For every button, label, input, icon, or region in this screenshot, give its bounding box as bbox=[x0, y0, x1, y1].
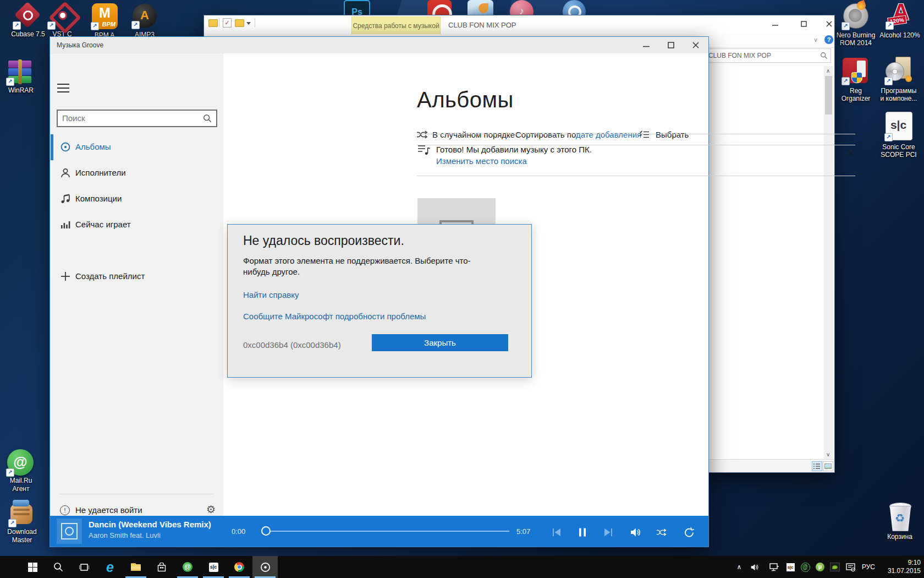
dismiss-notice-close-icon[interactable] bbox=[846, 149, 855, 157]
download-master-desktop-icon[interactable]: ↗ bbox=[9, 499, 35, 526]
volume-icon[interactable] bbox=[630, 527, 641, 538]
groove-titlebar[interactable]: Музыка Groove bbox=[50, 37, 708, 53]
folder-icon[interactable] bbox=[235, 19, 244, 27]
programs-components-desktop-icon[interactable]: ↗ bbox=[886, 57, 913, 84]
tray-nvidia-icon[interactable] bbox=[829, 556, 841, 578]
chrome-taskbar-icon[interactable] bbox=[227, 556, 252, 578]
file-explorer-taskbar-icon[interactable] bbox=[123, 556, 148, 578]
desktop-icon-label[interactable]: WinRAR bbox=[0, 86, 42, 94]
groove-minimize-button[interactable] bbox=[637, 37, 655, 53]
groove-taskbar-icon[interactable] bbox=[252, 556, 278, 578]
store-taskbar-icon[interactable] bbox=[149, 556, 174, 578]
next-track-icon[interactable] bbox=[603, 527, 614, 538]
utorrent-glyph: µ bbox=[816, 563, 824, 571]
seek-slider-knob[interactable] bbox=[261, 526, 271, 536]
report-problem-link[interactable]: Сообщите Майкрософт подробности проблемы bbox=[243, 312, 426, 321]
scrollbar-thumb[interactable] bbox=[825, 76, 832, 114]
desktop-icon-label[interactable]: Sonic Core bbox=[871, 143, 924, 151]
select-button[interactable]: Выбрать bbox=[656, 130, 689, 139]
desktop-icon-label[interactable]: Download bbox=[0, 528, 48, 536]
recycle-bin-desktop-icon[interactable]: ♻ bbox=[887, 503, 912, 531]
explorer-minimize-button[interactable] bbox=[766, 15, 784, 32]
desktop-icon-label[interactable]: Корзина bbox=[872, 533, 924, 541]
reg-organizer-desktop-icon[interactable]: ↗ bbox=[843, 58, 869, 84]
search-icon[interactable] bbox=[203, 114, 212, 123]
get-help-link[interactable]: Найти справку bbox=[243, 290, 299, 299]
mailru-agent-taskbar-icon[interactable]: @ bbox=[175, 556, 200, 578]
clock[interactable]: 9:10 31.07.2015 bbox=[880, 559, 921, 575]
scroll-down-icon[interactable]: ∨ bbox=[826, 451, 830, 457]
hamburger-menu-icon[interactable] bbox=[57, 84, 69, 92]
nero-desktop-icon[interactable]: ↗ bbox=[843, 3, 869, 29]
gear-icon[interactable]: ⚙ bbox=[206, 503, 216, 516]
tray-volume-icon[interactable] bbox=[748, 556, 761, 578]
groove-window: Музыка Groove Поиск Альбомы bbox=[50, 36, 709, 547]
task-view-button[interactable] bbox=[72, 556, 97, 578]
ribbon-collapse-chevron-icon[interactable]: ∨ bbox=[813, 36, 818, 43]
track-artist[interactable]: Aaron Smith feat. Luvli bbox=[89, 531, 161, 539]
sidebar-item-albums[interactable]: Альбомы bbox=[50, 134, 223, 160]
search-icon[interactable] bbox=[820, 52, 828, 59]
sidebar-item-label: Исполнители bbox=[75, 168, 126, 177]
edge-taskbar-icon[interactable]: e bbox=[97, 556, 123, 578]
aimp3-desktop-icon[interactable]: A ↗ bbox=[133, 4, 157, 28]
ribbon-tab-music-tools[interactable]: Средства работы с музыкой bbox=[351, 17, 441, 35]
tray-utorrent-icon[interactable]: µ bbox=[814, 556, 826, 578]
tray-network-icon[interactable] bbox=[768, 556, 781, 578]
desktop-icon-label[interactable]: Программы bbox=[871, 87, 924, 95]
desktop-icon-label[interactable]: SCOPE PCI bbox=[871, 151, 924, 159]
language-indicator[interactable]: РУС bbox=[859, 556, 878, 578]
desktop-icon-label[interactable]: Alcohol 120% bbox=[872, 31, 924, 39]
sonic-core-desktop-icon[interactable]: s|c ↗ bbox=[886, 112, 912, 140]
sidebar-item-now-playing[interactable]: Сейчас играет bbox=[50, 212, 223, 238]
scrollbar[interactable]: ∧ ∨ bbox=[824, 66, 833, 459]
track-title[interactable]: Dancin (Weekend Vibes Remix) bbox=[89, 520, 211, 529]
explorer-maximize-button[interactable] bbox=[795, 15, 812, 32]
repeat-icon[interactable] bbox=[683, 527, 694, 538]
list-view-button[interactable] bbox=[812, 461, 822, 471]
pause-icon[interactable] bbox=[577, 527, 588, 538]
winrar-desktop-icon[interactable]: ↗ bbox=[7, 59, 34, 85]
seek-slider-track[interactable] bbox=[262, 531, 509, 532]
sonic-core-taskbar-icon[interactable]: s|c bbox=[201, 556, 226, 578]
desktop-icon-label[interactable]: Агент bbox=[0, 485, 47, 493]
cubase-desktop-icon[interactable]: ↗ bbox=[14, 3, 41, 29]
desktop-icon-label[interactable]: и компоне... bbox=[871, 95, 924, 102]
folder-icon[interactable] bbox=[208, 19, 218, 27]
taskbar-search-button[interactable] bbox=[46, 556, 71, 578]
previous-track-icon[interactable] bbox=[551, 527, 562, 538]
explorer-titlebar[interactable]: ✓ bbox=[204, 15, 834, 32]
shuffle-icon[interactable] bbox=[656, 527, 667, 538]
checkmark-doc-icon[interactable]: ✓ bbox=[223, 18, 232, 28]
tray-action-center-icon[interactable] bbox=[844, 556, 857, 578]
mailru-agent-desktop-icon[interactable]: @ ↗ bbox=[7, 449, 35, 476]
start-button[interactable] bbox=[20, 556, 45, 578]
tray-mailru-icon[interactable]: @ bbox=[799, 556, 811, 578]
alcohol-desktop-icon[interactable]: A 120% ↗ bbox=[887, 2, 913, 29]
select-checklist-icon[interactable] bbox=[640, 130, 649, 139]
tray-expand-chevron-icon[interactable]: ∧ bbox=[734, 556, 745, 578]
sidebar-item-songs[interactable]: Композиции bbox=[50, 186, 223, 212]
shuffle-all-button[interactable]: В случайном порядке bbox=[432, 130, 515, 139]
desktop-icon-label[interactable]: Mail.Ru bbox=[0, 477, 47, 484]
close-dialog-button[interactable]: Закрыть bbox=[372, 334, 508, 351]
desktop-icon-label[interactable]: Master bbox=[0, 536, 48, 544]
help-icon[interactable]: ? bbox=[824, 35, 833, 44]
scroll-up-icon[interactable]: ∧ bbox=[826, 68, 830, 74]
shuffle-icon[interactable] bbox=[416, 130, 428, 139]
tray-sonic-core-icon[interactable]: s|c bbox=[784, 556, 796, 578]
desktop-icon-label[interactable]: ROM 2014 bbox=[828, 39, 883, 47]
bpm-analyzer-desktop-icon[interactable]: M BPM ↗ bbox=[92, 3, 118, 29]
explorer-close-button[interactable] bbox=[820, 15, 838, 32]
thumbnail-view-button[interactable] bbox=[823, 461, 833, 471]
sidebar-item-artists[interactable]: Исполнители bbox=[50, 160, 223, 186]
create-playlist-button[interactable]: Создать плейлист bbox=[50, 264, 223, 290]
qat-dropdown-icon[interactable] bbox=[246, 22, 251, 25]
groove-close-button[interactable] bbox=[687, 37, 705, 53]
change-search-location-link[interactable]: Изменить место поиска bbox=[436, 156, 527, 166]
groove-search-box[interactable]: Поиск bbox=[57, 110, 217, 127]
groove-maximize-button[interactable] bbox=[662, 37, 680, 53]
now-playing-thumbnail[interactable] bbox=[57, 519, 82, 544]
vst-connect-desktop-icon[interactable]: ↗ bbox=[48, 3, 76, 29]
sort-value-link[interactable]: дате добавления bbox=[576, 130, 641, 139]
